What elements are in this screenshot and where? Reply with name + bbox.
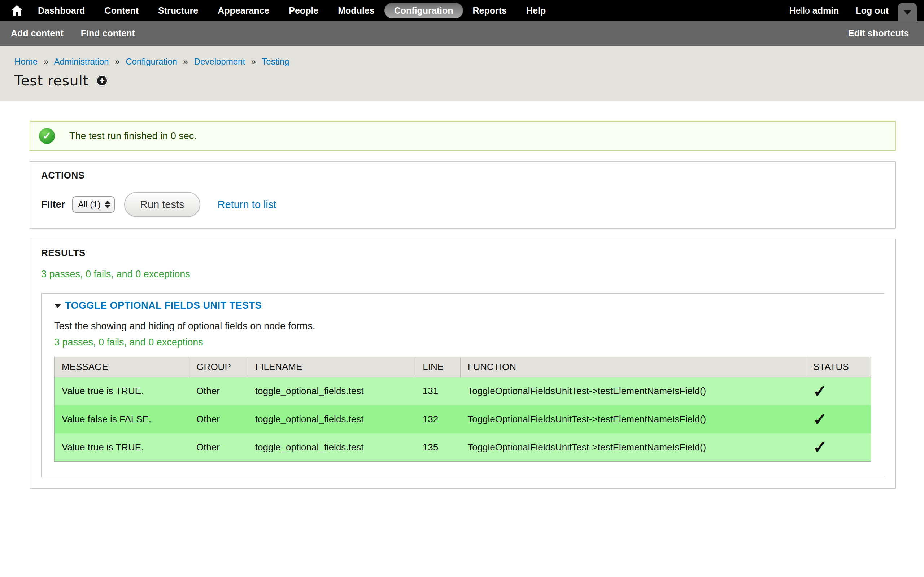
add-shortcut-plus-icon[interactable]: + [96,75,108,86]
select-arrows-icon [105,200,110,208]
pass-check-icon: ✓ [806,405,871,434]
breadcrumb-testing[interactable]: Testing [262,56,289,66]
toolbar-menu: Dashboard Content Structure Appearance P… [28,3,556,18]
breadcrumb: Home » Administration » Configuration » … [15,56,924,67]
results-table: MESSAGE GROUP FILENAME LINE FUNCTION STA… [54,357,871,462]
cell-message: Value true is TRUE. [55,434,189,462]
admin-toolbar: Dashboard Content Structure Appearance P… [0,0,924,21]
breadcrumb-separator: » [183,56,188,66]
results-legend: RESULTS [41,247,884,259]
cell-line: 131 [415,377,460,405]
results-summary: 3 passes, 0 fails, and 0 exceptions [41,269,884,280]
pass-check-icon: ✓ [806,377,871,405]
user-greeting: Hello admin [789,5,839,16]
cell-function: ToggleOptionalFieldsUnitTest->testElemen… [460,377,806,405]
test-group-title-link[interactable]: TOGGLE OPTIONAL FIELDS UNIT TESTS [65,300,262,311]
toolbar-item-structure[interactable]: Structure [149,3,208,18]
breadcrumb-administration[interactable]: Administration [54,56,109,66]
status-ok-icon: ✓ [39,128,55,144]
username[interactable]: admin [813,5,839,16]
actions-legend: ACTIONS [41,170,884,181]
pass-check-icon: ✓ [806,434,871,462]
breadcrumb-separator: » [251,56,256,66]
test-group-description: Test the showing and hiding of optional … [54,321,871,332]
main-content: ✓ The test run finished in 0 sec. ACTION… [0,102,924,489]
table-row: Value false is FALSE. Other toggle_optio… [55,405,871,434]
cell-filename: toggle_optional_fields.test [248,434,415,462]
status-message: ✓ The test run finished in 0 sec. [30,121,896,151]
cell-line: 135 [415,434,460,462]
cell-line: 132 [415,405,460,434]
cell-message: Value false is FALSE. [55,405,189,434]
filter-select[interactable]: All (1) [72,196,115,213]
table-row: Value true is TRUE. Other toggle_optiona… [55,377,871,405]
page-header: Home » Administration » Configuration » … [0,46,924,102]
cell-function: ToggleOptionalFieldsUnitTest->testElemen… [460,434,806,462]
toolbar-item-dashboard[interactable]: Dashboard [28,3,95,18]
filter-select-value: All (1) [78,200,101,210]
breadcrumb-development[interactable]: Development [194,56,245,66]
actions-row: Filter All (1) Run tests Return to list [41,192,884,217]
cell-group: Other [189,377,248,405]
table-row: Value true is TRUE. Other toggle_optiona… [55,434,871,462]
column-header-message: MESSAGE [55,357,189,377]
column-header-function: FUNCTION [460,357,806,377]
run-tests-button[interactable]: Run tests [124,192,200,217]
cell-filename: toggle_optional_fields.test [248,405,415,434]
column-header-filename: FILENAME [248,357,415,377]
status-message-text: The test run finished in 0 sec. [69,131,197,142]
toolbar-item-reports[interactable]: Reports [463,3,517,18]
toolbar-item-modules[interactable]: Modules [328,3,384,18]
toolbar-drawer-toggle-button[interactable] [898,3,917,21]
home-icon-glyph [11,5,23,16]
breadcrumb-configuration[interactable]: Configuration [126,56,177,66]
test-group-fieldset: TOGGLE OPTIONAL FIELDS UNIT TESTS Test t… [41,293,884,477]
actions-fieldset: ACTIONS Filter All (1) Run tests Return … [30,161,896,229]
shortcut-add-content[interactable]: Add content [11,28,63,39]
column-header-line: LINE [415,357,460,377]
column-header-group: GROUP [189,357,248,377]
shortcuts-bar: Add content Find content Edit shortcuts [0,21,924,46]
column-header-status: STATUS [806,357,871,377]
toolbar-item-help[interactable]: Help [517,3,556,18]
cell-function: ToggleOptionalFieldsUnitTest->testElemen… [460,405,806,434]
test-group-header: TOGGLE OPTIONAL FIELDS UNIT TESTS [54,300,871,311]
results-fieldset: RESULTS 3 passes, 0 fails, and 0 excepti… [30,239,896,489]
cell-filename: toggle_optional_fields.test [248,377,415,405]
filter-label: Filter [41,199,65,210]
chevron-down-icon [903,10,911,15]
table-header-row: MESSAGE GROUP FILENAME LINE FUNCTION STA… [55,357,871,377]
title-row: Test result + [15,73,924,89]
cell-message: Value true is TRUE. [55,377,189,405]
shortcut-find-content[interactable]: Find content [81,28,135,39]
toolbar-item-people[interactable]: People [279,3,328,18]
toolbar-item-configuration[interactable]: Configuration [384,3,463,18]
toolbar-item-content[interactable]: Content [95,3,149,18]
greeting-prefix: Hello [789,5,813,16]
test-group-summary: 3 passes, 0 fails, and 0 exceptions [54,337,871,348]
home-icon[interactable] [6,0,28,21]
page-title: Test result [15,73,89,89]
breadcrumb-home[interactable]: Home [15,56,37,66]
cell-group: Other [189,434,248,462]
return-to-list-link[interactable]: Return to list [218,199,276,211]
edit-shortcuts-link[interactable]: Edit shortcuts [848,28,909,39]
breadcrumb-separator: » [44,56,48,66]
cell-group: Other [189,405,248,434]
toolbar-item-appearance[interactable]: Appearance [208,3,279,18]
breadcrumb-separator: » [115,56,120,66]
logout-link[interactable]: Log out [855,5,888,16]
collapse-arrow-icon [54,304,61,308]
